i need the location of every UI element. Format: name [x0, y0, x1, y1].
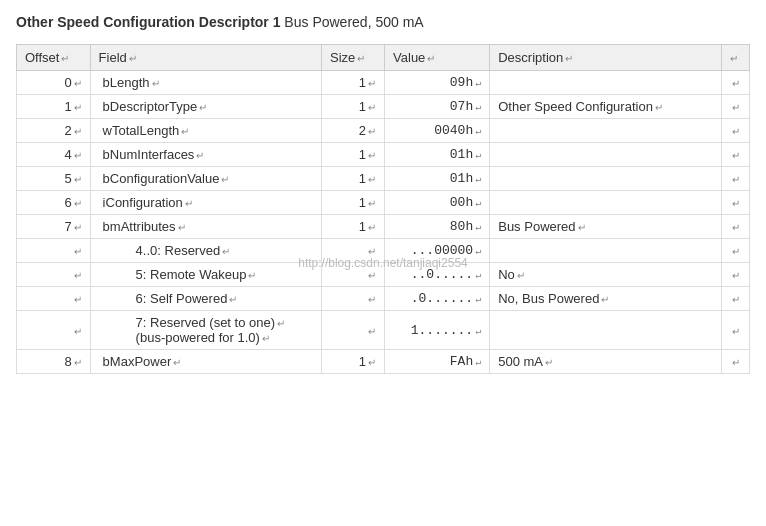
cell-value: 1.......↵	[385, 311, 490, 350]
cell-value: 07h↵	[385, 95, 490, 119]
cell-field: 4..0: Reserved↵	[90, 239, 321, 263]
cell-value: ...00000↵	[385, 239, 490, 263]
cell-extra: ↵	[721, 191, 749, 215]
cell-extra: ↵	[721, 95, 749, 119]
cell-value: 80h↵	[385, 215, 490, 239]
cell-value: .0......↵	[385, 287, 490, 311]
table-row: 1↵bDescriptorType↵1↵07h↵Other Speed Conf…	[17, 95, 750, 119]
cell-value: 09h↵	[385, 71, 490, 95]
table-row: 6↵iConfiguration↵1↵00h↵↵	[17, 191, 750, 215]
cell-description	[490, 311, 721, 350]
cell-offset: 2↵	[17, 119, 91, 143]
cell-value: 01h↵	[385, 167, 490, 191]
header-offset: Offset↵	[17, 45, 91, 71]
cell-offset: 5↵	[17, 167, 91, 191]
cell-field: 5: Remote Wakeup↵	[90, 263, 321, 287]
table-row: ↵5: Remote Wakeup↵↵..0.....↵No↵↵	[17, 263, 750, 287]
cell-description	[490, 119, 721, 143]
cell-size: ↵	[321, 263, 384, 287]
cell-field: bMaxPower↵	[90, 350, 321, 374]
page-title: Other Speed Configuration Descriptor 1 B…	[16, 10, 750, 34]
cell-field: iConfiguration↵	[90, 191, 321, 215]
table-row: 7↵bmAttributes↵1↵80h↵Bus Powered↵↵	[17, 215, 750, 239]
cell-size: 1↵	[321, 191, 384, 215]
cell-description	[490, 71, 721, 95]
table-row: ↵7: Reserved (set to one)↵(bus-powered f…	[17, 311, 750, 350]
table-row: 0↵bLength↵1↵09h↵↵	[17, 71, 750, 95]
cell-value: ..0.....↵	[385, 263, 490, 287]
table-row: 4↵bNumInterfaces↵1↵01h↵↵	[17, 143, 750, 167]
cell-size: 1↵	[321, 95, 384, 119]
cell-size: ↵	[321, 239, 384, 263]
table-row: ↵6: Self Powered↵↵.0......↵No, Bus Power…	[17, 287, 750, 311]
cell-value: FAh↵	[385, 350, 490, 374]
cell-field: wTotalLength↵	[90, 119, 321, 143]
cell-description: No, Bus Powered↵	[490, 287, 721, 311]
cell-offset: 7↵	[17, 215, 91, 239]
cell-offset: 1↵	[17, 95, 91, 119]
cell-offset: ↵	[17, 287, 91, 311]
cell-size: 1↵	[321, 71, 384, 95]
table-row: 5↵bConfigurationValue↵1↵01h↵↵	[17, 167, 750, 191]
cell-field: 6: Self Powered↵	[90, 287, 321, 311]
cell-offset: ↵	[17, 311, 91, 350]
cell-field: bConfigurationValue↵	[90, 167, 321, 191]
cell-value: 00h↵	[385, 191, 490, 215]
cell-extra: ↵	[721, 143, 749, 167]
cell-offset: 0↵	[17, 71, 91, 95]
header-value: Value↵	[385, 45, 490, 71]
title-bold: Other Speed Configuration Descriptor 1	[16, 14, 280, 30]
cell-extra: ↵	[721, 263, 749, 287]
cell-description: Bus Powered↵	[490, 215, 721, 239]
cell-offset: 6↵	[17, 191, 91, 215]
cell-extra: ↵	[721, 239, 749, 263]
cell-description	[490, 239, 721, 263]
cell-offset: 8↵	[17, 350, 91, 374]
descriptor-table: Offset↵ Field↵ Size↵ Value↵ Description↵…	[16, 44, 750, 374]
cell-field: 7: Reserved (set to one)↵(bus-powered fo…	[90, 311, 321, 350]
cell-extra: ↵	[721, 287, 749, 311]
cell-value: 0040h↵	[385, 119, 490, 143]
header-field: Field↵	[90, 45, 321, 71]
cell-extra: ↵	[721, 71, 749, 95]
cell-description	[490, 143, 721, 167]
cell-extra: ↵	[721, 311, 749, 350]
cell-offset: ↵	[17, 239, 91, 263]
cell-description: 500 mA↵	[490, 350, 721, 374]
cell-size: ↵	[321, 311, 384, 350]
header-size: Size↵	[321, 45, 384, 71]
cell-size: 1↵	[321, 143, 384, 167]
table-row: 2↵wTotalLength↵2↵0040h↵↵	[17, 119, 750, 143]
cell-field: bmAttributes↵	[90, 215, 321, 239]
cell-size: 1↵	[321, 350, 384, 374]
cell-size: ↵	[321, 287, 384, 311]
cell-extra: ↵	[721, 215, 749, 239]
cell-offset: 4↵	[17, 143, 91, 167]
cell-size: 1↵	[321, 215, 384, 239]
cell-field: bLength↵	[90, 71, 321, 95]
cell-field: bDescriptorType↵	[90, 95, 321, 119]
cell-description	[490, 167, 721, 191]
cell-offset: ↵	[17, 263, 91, 287]
cell-extra: ↵	[721, 119, 749, 143]
table-row: 8↵bMaxPower↵1↵FAh↵500 mA↵↵	[17, 350, 750, 374]
cell-description: No↵	[490, 263, 721, 287]
title-normal: Bus Powered, 500 mA	[280, 14, 423, 30]
header-extra: ↵	[721, 45, 749, 71]
cell-extra: ↵	[721, 167, 749, 191]
cell-field: bNumInterfaces↵	[90, 143, 321, 167]
cell-value: 01h↵	[385, 143, 490, 167]
header-description: Description↵	[490, 45, 721, 71]
cell-extra: ↵	[721, 350, 749, 374]
cell-size: 2↵	[321, 119, 384, 143]
table-row: ↵4..0: Reserved↵↵...00000↵↵	[17, 239, 750, 263]
cell-size: 1↵	[321, 167, 384, 191]
cell-description: Other Speed Configuration↵	[490, 95, 721, 119]
cell-description	[490, 191, 721, 215]
